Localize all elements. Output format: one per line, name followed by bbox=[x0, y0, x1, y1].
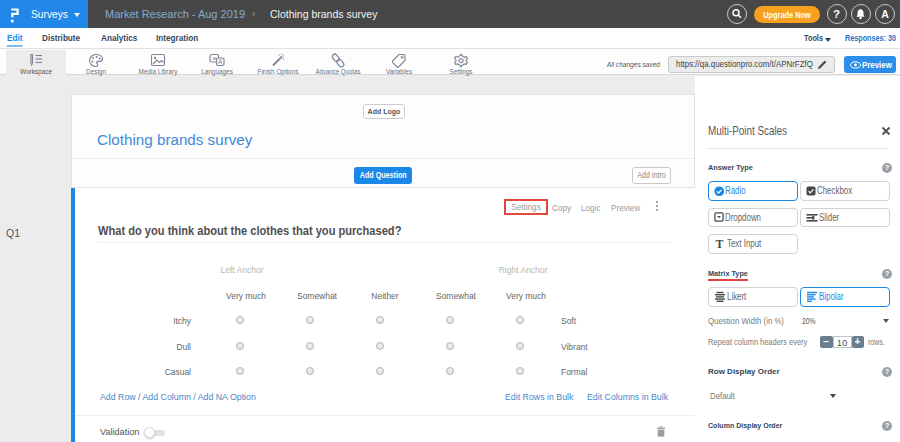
svg-text:A: A bbox=[218, 58, 223, 65]
svg-text:a: a bbox=[213, 55, 217, 61]
svg-text:T: T bbox=[715, 238, 723, 250]
